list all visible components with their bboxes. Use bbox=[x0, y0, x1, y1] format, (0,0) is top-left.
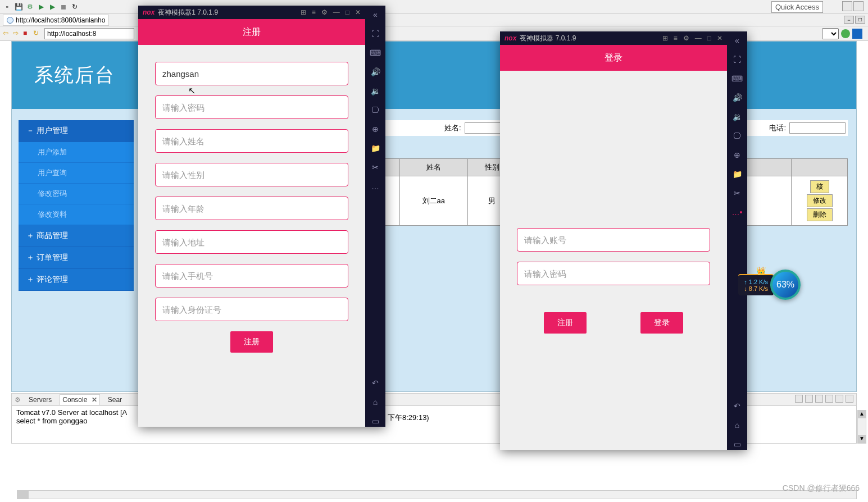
close-icon[interactable]: ✕ bbox=[717, 34, 722, 42]
stop-icon[interactable]: ◼ bbox=[59, 2, 68, 11]
scissors-icon[interactable]: ✂ bbox=[731, 188, 743, 199]
back-icon[interactable]: ⇦ bbox=[3, 29, 12, 38]
tab-search[interactable]: Sear bbox=[106, 395, 124, 405]
close-icon[interactable]: ✕ bbox=[355, 8, 361, 16]
file-icon[interactable]: 📁 bbox=[731, 168, 743, 180]
menu-icon[interactable]: ≡ bbox=[312, 8, 316, 16]
login-password-input[interactable] bbox=[517, 262, 710, 285]
sidebar-item-user-mgmt[interactable]: － 用户管理 bbox=[19, 120, 134, 142]
minimize-icon[interactable]: － bbox=[844, 16, 854, 24]
browser-mode-icon[interactable] bbox=[852, 29, 862, 39]
scissors-icon[interactable]: ✂ bbox=[370, 162, 381, 173]
run-icon[interactable]: ▶ bbox=[37, 2, 46, 11]
nox2-titlebar[interactable]: nox 夜神模拟器 7.0.1.9 ⊞ ≡ ⚙ — □ ✕ bbox=[500, 31, 727, 45]
login-account-input[interactable] bbox=[517, 228, 710, 252]
new-icon[interactable]: ▫ bbox=[3, 2, 12, 11]
console-clear-icon[interactable] bbox=[795, 395, 803, 403]
multi-instance-icon[interactable]: ⊞ bbox=[662, 34, 668, 42]
settings-icon[interactable]: ⚙ bbox=[321, 8, 328, 16]
maximize-icon[interactable]: □ bbox=[346, 8, 349, 16]
perspective-java-icon[interactable] bbox=[853, 1, 864, 11]
register-gender-input[interactable] bbox=[155, 163, 348, 186]
keyboard-icon[interactable]: ⌨ bbox=[731, 73, 743, 84]
refresh-nav-icon[interactable]: ↻ bbox=[33, 29, 42, 38]
register-phone-input[interactable] bbox=[155, 264, 348, 287]
sidebar-item-order-mgmt[interactable]: ＋ 订单管理 bbox=[19, 247, 134, 269]
register-address-input[interactable] bbox=[155, 230, 348, 254]
register-idcard-input[interactable] bbox=[155, 298, 348, 321]
apk-install-icon[interactable]: ⊕ bbox=[731, 149, 743, 161]
apk-install-icon[interactable]: ⊕ bbox=[370, 124, 381, 135]
go-icon[interactable] bbox=[841, 29, 850, 38]
file-icon[interactable]: 📁 bbox=[370, 143, 381, 154]
debug-icon[interactable]: ⚙ bbox=[25, 2, 34, 11]
android-recent-icon[interactable]: ▭ bbox=[731, 439, 743, 450]
save-icon[interactable]: 💾 bbox=[14, 2, 23, 11]
tab-console[interactable]: Console ✕ bbox=[60, 394, 99, 405]
android-back-icon[interactable]: ↶ bbox=[731, 400, 743, 412]
collapse-icon[interactable]: « bbox=[370, 9, 381, 20]
edit-button[interactable]: 修改 bbox=[807, 194, 833, 207]
sidebar-item-user-query[interactable]: 用户查询 bbox=[19, 163, 134, 184]
fullscreen-icon[interactable]: ⛶ bbox=[370, 28, 381, 39]
volume-down-icon[interactable]: 🔉 bbox=[370, 85, 381, 97]
console-scroll-icon[interactable] bbox=[805, 395, 813, 403]
minimize-icon[interactable]: — bbox=[333, 8, 340, 16]
sidebar-item-user-add[interactable]: 用户添加 bbox=[19, 142, 134, 163]
browser-tab[interactable]: http://localhost:8080/tianlanho bbox=[3, 15, 109, 26]
console-max-icon[interactable] bbox=[846, 395, 853, 403]
register-name-input[interactable] bbox=[155, 129, 348, 153]
fullscreen-icon[interactable]: ⛶ bbox=[731, 54, 743, 65]
vertical-scrollbar[interactable]: ▲ ▼ bbox=[857, 410, 866, 444]
nox1-title: 夜神模拟器1 7.0.1.9 bbox=[158, 8, 218, 17]
collapse-icon[interactable]: « bbox=[731, 35, 743, 46]
console-pin-icon[interactable] bbox=[815, 395, 823, 403]
register-username-input[interactable] bbox=[155, 62, 348, 85]
volume-up-icon[interactable]: 🔊 bbox=[731, 92, 743, 103]
audit-button[interactable]: 核 bbox=[810, 180, 829, 193]
register-age-input[interactable] bbox=[155, 197, 348, 220]
console-display-icon[interactable] bbox=[825, 395, 833, 403]
register-submit-button[interactable]: 注册 bbox=[230, 331, 273, 353]
url-input[interactable] bbox=[44, 28, 134, 39]
console-min-icon[interactable] bbox=[835, 395, 843, 403]
run-ext-icon[interactable]: ▶ bbox=[48, 2, 57, 11]
stop-nav-icon[interactable]: ■ bbox=[23, 29, 32, 38]
refresh-icon[interactable]: ↻ bbox=[70, 2, 79, 11]
close-icon[interactable]: ✕ bbox=[92, 396, 97, 404]
quick-access-box[interactable]: Quick Access bbox=[771, 1, 823, 13]
url-history-select[interactable] bbox=[822, 28, 839, 39]
screenshot-icon[interactable]: 🖵 bbox=[731, 130, 743, 142]
horizontal-scrollbar[interactable] bbox=[17, 490, 857, 499]
more-icon[interactable]: … bbox=[370, 181, 381, 192]
more-icon[interactable]: …• bbox=[731, 207, 743, 218]
keyboard-icon[interactable]: ⌨ bbox=[370, 47, 381, 58]
multi-instance-icon[interactable]: ⊞ bbox=[301, 8, 306, 16]
volume-up-icon[interactable]: 🔊 bbox=[370, 66, 381, 77]
android-home-icon[interactable]: ⌂ bbox=[731, 419, 743, 431]
maximize-icon[interactable]: □ bbox=[855, 16, 865, 24]
sidebar-item-change-info[interactable]: 修改资料 bbox=[19, 204, 134, 225]
android-back-icon[interactable]: ↶ bbox=[370, 377, 381, 389]
settings-icon[interactable]: ⚙ bbox=[683, 34, 689, 42]
android-home-icon[interactable]: ⌂ bbox=[370, 396, 381, 408]
tab-servers[interactable]: Servers bbox=[26, 395, 54, 405]
menu-icon[interactable]: ≡ bbox=[674, 34, 678, 42]
login-submit-button[interactable]: 登录 bbox=[640, 312, 683, 334]
register-password-input[interactable] bbox=[155, 95, 348, 119]
maximize-icon[interactable]: □ bbox=[707, 34, 711, 42]
nox1-titlebar[interactable]: nox 夜神模拟器1 7.0.1.9 ⊞ ≡ ⚙ — □ ✕ bbox=[138, 6, 365, 19]
volume-down-icon[interactable]: 🔉 bbox=[731, 111, 743, 122]
login-register-button[interactable]: 注册 bbox=[544, 312, 587, 334]
filter-phone-input[interactable] bbox=[789, 122, 846, 134]
forward-icon[interactable]: ⇨ bbox=[13, 29, 22, 38]
android-recent-icon[interactable]: ▭ bbox=[370, 416, 381, 427]
delete-button[interactable]: 删除 bbox=[807, 208, 833, 221]
perspective-jee-icon[interactable] bbox=[842, 1, 852, 11]
screenshot-icon[interactable]: 🖵 bbox=[370, 104, 381, 116]
sidebar-item-comment-mgmt[interactable]: ＋ 评论管理 bbox=[19, 269, 134, 291]
minimize-icon[interactable]: — bbox=[695, 34, 702, 42]
network-speed-widget[interactable]: 👑 ↑ 1.2 K/s ↓ 8.7 K/s 63% bbox=[738, 270, 801, 300]
sidebar-item-product-mgmt[interactable]: ＋ 商品管理 bbox=[19, 225, 134, 247]
sidebar-item-change-pwd[interactable]: 修改密码 bbox=[19, 184, 134, 204]
